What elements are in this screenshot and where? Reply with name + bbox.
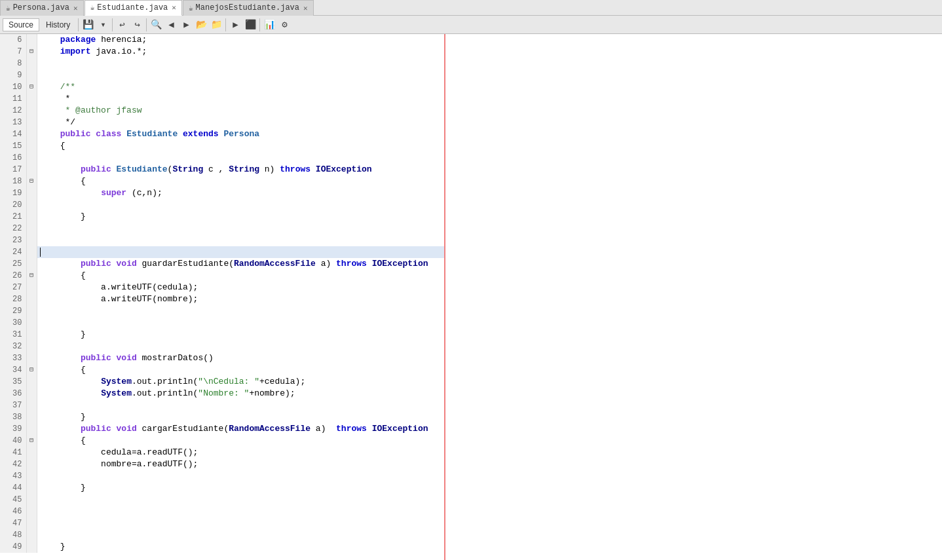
code-cell[interactable] (37, 152, 444, 164)
table-row: 25 public void guardarEstudiante(RandomA… (0, 258, 444, 270)
table-row: 14 public class Estudiante extends Perso… (0, 128, 444, 140)
table-row: 49 } (0, 541, 444, 553)
line-number: 24 (0, 246, 26, 258)
code-cell[interactable]: } (37, 411, 444, 423)
fold-gutter[interactable]: ⊟ (26, 46, 37, 58)
code-cell[interactable] (37, 470, 444, 482)
tab-persona[interactable]: ☕ Persona.java ✕ (0, 0, 84, 16)
code-cell[interactable]: { (37, 176, 444, 187)
code-cell[interactable]: a.writeUTF(nombre); (37, 293, 444, 305)
code-cell[interactable]: { (37, 364, 444, 376)
code-cell[interactable] (37, 246, 444, 258)
table-row: 16 (0, 152, 444, 164)
code-cell[interactable]: } (37, 541, 444, 553)
run-button[interactable]: ▶ (228, 18, 242, 32)
tab-estudiante[interactable]: ☕ Estudiante.java ✕ (85, 0, 182, 16)
code-cell[interactable]: super (c,n); (37, 187, 444, 199)
code-cell[interactable]: System.out.println("\nCedula: "+cedula); (37, 376, 444, 388)
code-cell[interactable]: cedula=a.readUTF(); (37, 447, 444, 458)
code-cell[interactable] (37, 58, 444, 69)
code-cell[interactable]: * (37, 93, 444, 105)
code-cell[interactable] (37, 400, 444, 411)
code-cell[interactable]: */ (37, 117, 444, 128)
code-cell[interactable] (37, 317, 444, 329)
line-number: 22 (0, 223, 26, 234)
code-cell[interactable]: public void cargarEstudiante(RandomAcces… (37, 423, 444, 435)
next-button[interactable]: ▶ (179, 18, 193, 32)
redo-button[interactable]: ↪ (130, 18, 144, 32)
fold-gutter (26, 376, 37, 388)
prev-button[interactable]: ◀ (164, 18, 178, 32)
close-button[interactable]: 📁 (209, 18, 223, 32)
code-cell[interactable]: } (37, 482, 444, 494)
code-cell[interactable]: /** (37, 81, 444, 93)
table-row: 39 public void cargarEstudiante(RandomAc… (0, 423, 444, 435)
code-cell[interactable]: public class Estudiante extends Persona (37, 128, 444, 140)
tab-persona-close[interactable]: ✕ (73, 4, 78, 12)
code-cell[interactable]: } (37, 211, 444, 223)
code-cell[interactable]: public void guardarEstudiante(RandomAcce… (37, 258, 444, 270)
code-cell[interactable] (37, 506, 444, 517)
fold-gutter[interactable]: ⊟ (26, 270, 37, 282)
undo-button[interactable]: ↩ (115, 18, 129, 32)
history-tab[interactable]: History (40, 18, 76, 31)
code-cell[interactable]: import java.io.*; (37, 46, 444, 58)
code-cell[interactable]: package herencia; (37, 34, 444, 46)
code-cell[interactable]: { (37, 435, 444, 447)
table-row: 9 (0, 69, 444, 81)
dropdown-btn[interactable]: ▾ (96, 18, 110, 32)
chart-btn[interactable]: 📊 (262, 18, 276, 32)
debug-btn[interactable]: ⬛ (243, 18, 257, 32)
code-cell[interactable] (37, 69, 444, 81)
fold-gutter[interactable]: ⊟ (26, 176, 37, 187)
table-row: 12 * @author jfasw (0, 105, 444, 117)
source-tab[interactable]: Source (3, 18, 39, 31)
line-number: 29 (0, 305, 26, 317)
table-row: 11 * (0, 93, 444, 105)
code-cell[interactable]: nombre=a.readUTF(); (37, 458, 444, 470)
fold-gutter (26, 411, 37, 423)
fold-gutter (26, 69, 37, 81)
fold-gutter (26, 282, 37, 293)
fold-gutter (26, 140, 37, 152)
tab-manejo[interactable]: ☕ ManejosEstudiante.java ✕ (183, 0, 314, 16)
editor-main[interactable]: 6 package herencia;7⊟ import java.io.*;8… (0, 34, 445, 560)
config-btn[interactable]: ⚙ (277, 18, 292, 32)
open-button[interactable]: 📂 (194, 18, 208, 32)
line-number: 30 (0, 317, 26, 329)
fold-gutter (26, 199, 37, 211)
code-cell[interactable]: * @author jfasw (37, 105, 444, 117)
code-cell[interactable] (37, 517, 444, 529)
tab-estudiante-close[interactable]: ✕ (172, 3, 176, 12)
code-cell[interactable] (37, 199, 444, 211)
fold-gutter[interactable]: ⊟ (26, 435, 37, 447)
code-cell[interactable] (37, 529, 444, 541)
code-cell[interactable]: System.out.println("Nombre: "+nombre); (37, 388, 444, 400)
code-cell[interactable]: public Estudiante(String c , String n) t… (37, 164, 444, 176)
save-button[interactable]: 💾 (81, 18, 95, 32)
table-row: 21 } (0, 211, 444, 223)
code-area: 6 package herencia;7⊟ import java.io.*;8… (0, 34, 444, 553)
code-cell[interactable] (37, 494, 444, 506)
table-row: 24 (0, 246, 444, 258)
code-cell[interactable]: public void mostrarDatos() (37, 352, 444, 364)
tab-manejo-close[interactable]: ✕ (303, 4, 308, 12)
editor-right-panel (445, 34, 942, 560)
table-row: 13 */ (0, 117, 444, 128)
java-icon-estudiante: ☕ (90, 3, 95, 12)
code-cell[interactable] (37, 341, 444, 352)
table-row: 31 } (0, 329, 444, 341)
fold-gutter[interactable]: ⊟ (26, 81, 37, 93)
code-cell[interactable]: a.writeUTF(cedula); (37, 282, 444, 293)
code-cell[interactable] (37, 305, 444, 317)
search-button[interactable]: 🔍 (149, 18, 163, 32)
fold-gutter (26, 128, 37, 140)
code-cell[interactable] (37, 234, 444, 246)
line-number: 37 (0, 400, 26, 411)
code-cell[interactable]: { (37, 270, 444, 282)
fold-gutter[interactable]: ⊟ (26, 364, 37, 376)
fold-gutter (26, 470, 37, 482)
code-cell[interactable]: } (37, 329, 444, 341)
code-cell[interactable] (37, 223, 444, 234)
code-cell[interactable]: { (37, 140, 444, 152)
